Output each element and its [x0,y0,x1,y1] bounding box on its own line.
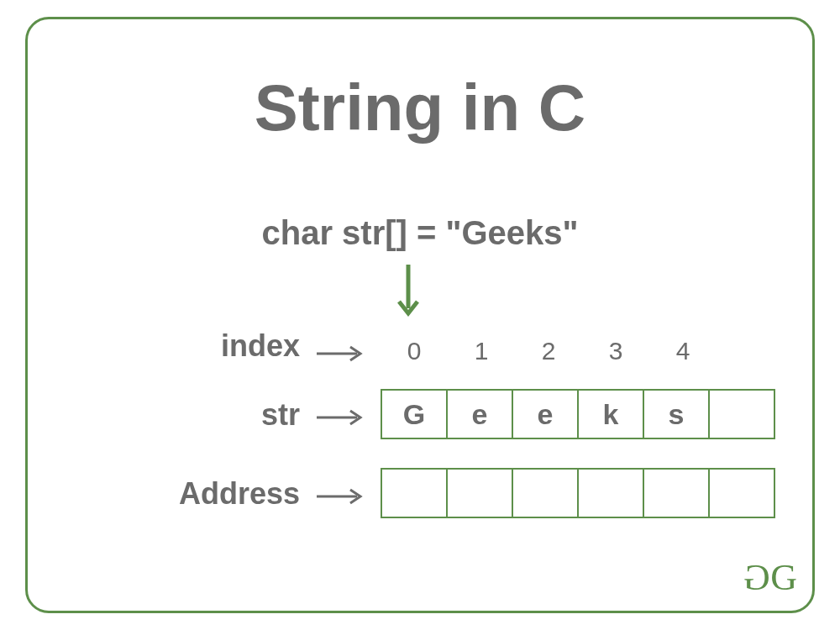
array-cell: k [577,389,644,439]
declaration-rhs: "Geeks" [445,214,578,251]
address-label: Address [179,476,300,512]
array-cell [708,468,775,518]
index-value: 4 [649,337,717,365]
array-cell [381,468,448,518]
diagram-frame: String in C char str[] = "Geeks" index 0… [25,17,815,613]
index-value: 0 [381,337,448,365]
array-cell: G [381,389,448,439]
array-cell [512,468,579,518]
diagram-title: String in C [28,70,812,146]
right-arrow-icon [315,488,365,505]
array-cell: e [446,389,513,439]
right-arrow-icon [315,409,365,426]
index-value: 2 [515,337,582,365]
array-cell [577,468,644,518]
array-cell [643,468,710,518]
str-label: str [261,397,300,433]
index-value: 3 [582,337,649,365]
declaration-line: char str[] = "Geeks" [28,214,812,252]
declaration-lhs: char str[] = [262,214,446,251]
address-array [381,468,775,518]
array-cell: s [643,389,710,439]
index-label: index [221,328,300,364]
right-arrow-icon [315,345,365,362]
geeksforgeeks-logo: GG [747,556,794,599]
index-value: 1 [448,337,515,365]
down-arrow-icon [394,261,423,320]
array-cell [446,468,513,518]
array-cell [708,389,775,439]
array-cell: e [512,389,579,439]
str-array: G e e k s [381,389,775,439]
index-numbers: 0 1 2 3 4 [381,337,717,365]
